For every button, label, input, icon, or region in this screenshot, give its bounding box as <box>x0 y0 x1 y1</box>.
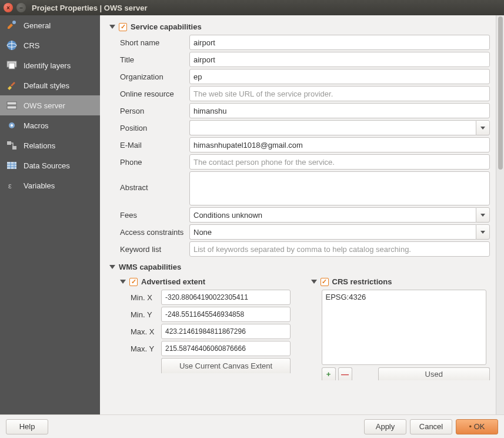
sidebar-item-variables[interactable]: ε Variables <box>0 175 100 195</box>
minus-icon: — <box>341 370 349 379</box>
sidebar-item-data-sources[interactable]: Data Sources <box>0 155 100 175</box>
sidebar: General CRS Identify layers Default styl… <box>0 15 100 414</box>
chevron-down-icon <box>480 127 485 130</box>
content-wrap: Service capabilities Short name Title Or… <box>100 15 504 414</box>
crs-list-item[interactable]: EPSG:4326 <box>326 293 482 301</box>
wrench-icon <box>6 19 18 31</box>
maxx-label: Max. X <box>131 327 161 336</box>
short-name-label: Short name <box>120 38 189 47</box>
sidebar-item-crs[interactable]: CRS <box>0 35 100 55</box>
advertised-extent-header[interactable]: Advertised extent <box>120 277 299 286</box>
help-button[interactable]: Help <box>6 419 48 434</box>
sidebar-item-label: OWS server <box>24 101 65 110</box>
email-input[interactable] <box>189 137 490 152</box>
position-combo[interactable] <box>189 120 490 135</box>
crs-list[interactable]: EPSG:4326 <box>322 290 486 365</box>
phone-input[interactable] <box>189 154 490 170</box>
minx-label: Min. X <box>131 293 161 302</box>
crs-restrictions-checkbox[interactable] <box>321 278 329 286</box>
wms-capabilities-header[interactable]: WMS capabilities <box>109 263 490 271</box>
abstract-input[interactable] <box>189 171 490 205</box>
collapse-arrow-icon <box>120 280 126 284</box>
sidebar-item-general[interactable]: General <box>0 15 100 35</box>
sidebar-item-ows-server[interactable]: OWS server <box>0 95 100 115</box>
organization-label: Organization <box>120 72 189 81</box>
collapse-arrow-icon <box>109 25 115 29</box>
maxy-input[interactable] <box>161 341 291 356</box>
online-resource-input[interactable] <box>189 86 490 101</box>
sidebar-item-label: Relations <box>24 141 55 150</box>
online-resource-label: Online resource <box>120 89 189 98</box>
ok-button[interactable]: OK <box>456 419 498 434</box>
service-form: Short name Title Organization Online res… <box>120 35 490 257</box>
window-title: Project Properties | OWS server <box>32 4 148 12</box>
sidebar-item-label: CRS <box>24 41 39 50</box>
chevron-down-icon <box>480 214 485 217</box>
titlebar: × – Project Properties | OWS server <box>0 0 504 15</box>
sidebar-item-label: Identify layers <box>24 61 71 70</box>
title-input[interactable] <box>189 52 490 67</box>
svg-rect-9 <box>7 141 11 145</box>
fees-combo[interactable] <box>189 207 490 223</box>
advertised-extent-checkbox[interactable] <box>129 278 138 286</box>
position-dropdown-button[interactable] <box>476 120 490 135</box>
fees-input[interactable] <box>189 207 476 223</box>
fees-label: Fees <box>120 211 189 220</box>
person-input[interactable] <box>189 103 490 118</box>
maxx-input[interactable] <box>161 324 291 339</box>
crs-buttons: + — Used <box>322 367 490 380</box>
service-capabilities-header[interactable]: Service capabilities <box>109 22 490 31</box>
position-input[interactable] <box>189 120 476 135</box>
crs-restrictions-section: CRS restrictions EPSG:4326 + — Used <box>311 275 490 380</box>
title-label: Title <box>120 55 189 64</box>
advertised-extent-section: Advertised extent Min. X Min. Y Max. X M… <box>120 275 299 380</box>
subsection-title: CRS restrictions <box>332 277 392 286</box>
section-title: Service capabilities <box>131 22 202 31</box>
window-close-button[interactable]: × <box>4 3 13 12</box>
epsilon-icon: ε <box>6 180 18 191</box>
sidebar-item-macros[interactable]: Macros <box>0 115 100 135</box>
short-name-input[interactable] <box>189 35 490 50</box>
svg-rect-4 <box>9 63 15 69</box>
relations-icon <box>6 140 18 151</box>
crs-remove-button[interactable]: — <box>338 367 352 380</box>
apply-button[interactable]: Apply <box>364 419 406 434</box>
sidebar-item-identify-layers[interactable]: Identify layers <box>0 55 100 75</box>
sidebar-item-label: Variables <box>24 181 55 190</box>
scrollbar-thumb[interactable] <box>498 16 503 170</box>
svg-rect-6 <box>7 106 16 109</box>
miny-input[interactable] <box>161 307 291 322</box>
minx-input[interactable] <box>161 290 291 305</box>
abstract-label: Abstract <box>120 171 189 192</box>
vertical-scrollbar[interactable] <box>496 15 504 414</box>
cancel-button[interactable]: Cancel <box>410 419 452 434</box>
svg-text:ε: ε <box>8 181 12 190</box>
use-current-canvas-extent-button[interactable]: Use Current Canvas Extent <box>161 358 291 373</box>
crs-restrictions-header[interactable]: CRS restrictions <box>311 277 490 286</box>
crs-used-button[interactable]: Used <box>378 367 490 380</box>
sidebar-item-relations[interactable]: Relations <box>0 135 100 155</box>
dialog-footer: Help Apply Cancel OK <box>0 414 504 438</box>
window-minimize-button[interactable]: – <box>16 3 26 12</box>
svg-rect-11 <box>7 162 16 169</box>
position-label: Position <box>120 124 189 132</box>
wms-subsections: Advertised extent Min. X Min. Y Max. X M… <box>120 275 490 380</box>
person-label: Person <box>120 107 189 115</box>
main-area: General CRS Identify layers Default styl… <box>0 15 504 414</box>
organization-input[interactable] <box>189 69 490 84</box>
subsection-title: Advertised extent <box>141 277 205 286</box>
crs-add-button[interactable]: + <box>322 367 336 380</box>
service-capabilities-checkbox[interactable] <box>119 23 127 31</box>
plus-icon: + <box>326 370 331 379</box>
collapse-arrow-icon <box>311 280 317 284</box>
svg-point-8 <box>11 124 13 127</box>
fees-dropdown-button[interactable] <box>476 207 490 223</box>
miny-label: Min. Y <box>131 310 161 319</box>
globe-icon <box>6 39 18 51</box>
gear-icon <box>6 120 18 131</box>
access-constraints-combo[interactable] <box>189 224 490 240</box>
sidebar-item-default-styles[interactable]: Default styles <box>0 75 100 95</box>
access-constraints-input[interactable] <box>189 224 476 240</box>
access-constraints-dropdown-button[interactable] <box>476 224 490 240</box>
keyword-list-input[interactable] <box>189 241 490 257</box>
